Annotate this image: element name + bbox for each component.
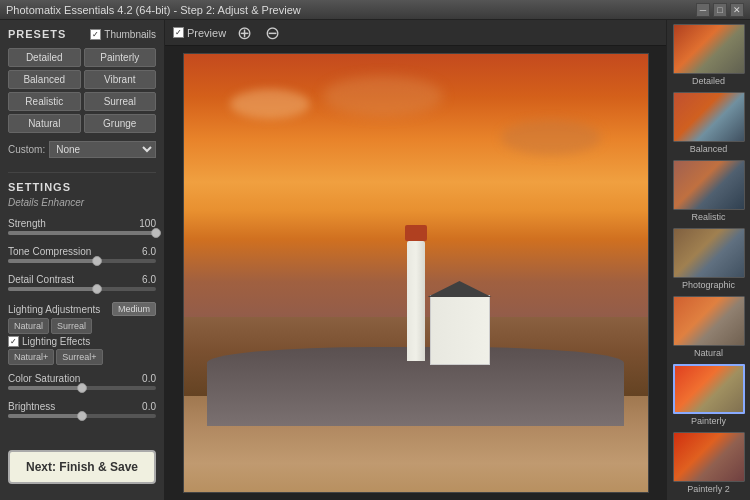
detail-contrast-label: Detail Contrast — [8, 274, 74, 285]
thumb-item-balanced[interactable]: Balanced — [671, 92, 746, 154]
preset-btn-painterly[interactable]: Painterly — [84, 48, 157, 67]
lighthouse-image — [183, 53, 649, 493]
lighting-adj-label: Lighting Adjustments — [8, 304, 100, 315]
preset-btn-vibrant[interactable]: Vibrant — [84, 70, 157, 89]
center-panel: ✓ Preview ⊕ ⊖ — [165, 20, 666, 500]
preset-btn-natural[interactable]: Natural — [8, 114, 81, 133]
zoom-out-button[interactable]: ⊖ — [262, 23, 282, 43]
preview-toggle[interactable]: ✓ Preview — [173, 27, 226, 39]
thumb-item-painterly2[interactable]: Painterly 2 — [671, 432, 746, 494]
thumbnails-toggle[interactable]: ✓ Thumbnails — [90, 29, 156, 40]
presets-header: PRESETS ✓ Thumbnails — [8, 28, 156, 40]
zoom-in-button[interactable]: ⊕ — [234, 23, 254, 43]
lighting-btn-natural[interactable]: Natural — [8, 318, 49, 334]
right-panel: Detailed Balanced Realistic Photographic… — [666, 20, 750, 500]
thumb-img-painterly — [673, 364, 745, 414]
preset-btn-grunge[interactable]: Grunge — [84, 114, 157, 133]
color-saturation-slider-row: Color Saturation 0.0 — [8, 373, 156, 391]
settings-title: SETTINGS — [8, 181, 156, 193]
maximize-button[interactable]: □ — [713, 3, 727, 17]
thumb-item-painterly[interactable]: Painterly — [671, 364, 746, 426]
left-panel: PRESETS ✓ Thumbnails Detailed Painterly … — [0, 20, 165, 500]
lighting-adj-label-row: Lighting Adjustments Medium — [8, 302, 156, 316]
lighting-effects-btn-natural[interactable]: Natural+ — [8, 349, 54, 365]
preset-btn-surreal[interactable]: Surreal — [84, 92, 157, 111]
title-bar: Photomatix Essentials 4.2 (64-bit) - Ste… — [0, 0, 750, 20]
brightness-value: 0.0 — [142, 401, 156, 412]
thumb-label-painterly2: Painterly 2 — [687, 484, 730, 494]
color-saturation-fill — [8, 386, 82, 390]
presets-title: PRESETS — [8, 28, 66, 40]
thumb-label-photographic: Photographic — [682, 280, 735, 290]
tone-compression-track[interactable] — [8, 259, 156, 263]
thumb-img-balanced — [673, 92, 745, 142]
lighting-effects-btn-surreal[interactable]: Surreal+ — [56, 349, 102, 365]
cloud1 — [230, 89, 310, 119]
brightness-label: Brightness — [8, 401, 55, 412]
title-bar-buttons: ─ □ ✕ — [696, 3, 744, 17]
detail-contrast-value: 6.0 — [142, 274, 156, 285]
color-saturation-thumb[interactable] — [77, 383, 87, 393]
strength-track[interactable] — [8, 231, 156, 235]
brightness-track[interactable] — [8, 414, 156, 418]
lighthouse-top — [405, 225, 427, 241]
tone-compression-thumb[interactable] — [92, 256, 102, 266]
title-bar-text: Photomatix Essentials 4.2 (64-bit) - Ste… — [6, 4, 301, 16]
thumb-img-detailed — [673, 24, 745, 74]
brightness-fill — [8, 414, 82, 418]
main-layout: PRESETS ✓ Thumbnails Detailed Painterly … — [0, 20, 750, 500]
tone-compression-slider-row: Tone Compression 6.0 — [8, 246, 156, 264]
detail-contrast-track[interactable] — [8, 287, 156, 291]
tone-compression-label-row: Tone Compression 6.0 — [8, 246, 156, 257]
thumb-item-natural[interactable]: Natural — [671, 296, 746, 358]
detail-contrast-label-row: Detail Contrast 6.0 — [8, 274, 156, 285]
detail-contrast-slider-row: Detail Contrast 6.0 — [8, 274, 156, 292]
custom-select[interactable]: None — [49, 141, 156, 158]
medium-badge: Medium — [112, 302, 156, 316]
settings-sub: Details Enhancer — [8, 197, 156, 208]
preset-btn-balanced[interactable]: Balanced — [8, 70, 81, 89]
close-button[interactable]: ✕ — [730, 3, 744, 17]
detail-contrast-fill — [8, 287, 97, 291]
detail-contrast-thumb[interactable] — [92, 284, 102, 294]
settings-divider — [8, 172, 156, 173]
thumbnails-checkbox[interactable]: ✓ — [90, 29, 101, 40]
thumb-item-detailed[interactable]: Detailed — [671, 24, 746, 86]
lighting-effects-label: Lighting Effects — [22, 336, 90, 347]
minimize-button[interactable]: ─ — [696, 3, 710, 17]
strength-fill — [8, 231, 156, 235]
thumb-item-photographic[interactable]: Photographic — [671, 228, 746, 290]
strength-slider-row: Strength 100 — [8, 218, 156, 236]
thumb-img-natural — [673, 296, 745, 346]
lighting-btn-surreal[interactable]: Surreal — [51, 318, 92, 334]
thumb-img-photographic — [673, 228, 745, 278]
brightness-slider-row: Brightness 0.0 — [8, 401, 156, 419]
thumb-item-realistic[interactable]: Realistic — [671, 160, 746, 222]
lighting-effects-checkbox[interactable]: ✓ — [8, 336, 19, 347]
building-body — [430, 295, 490, 365]
preset-btn-realistic[interactable]: Realistic — [8, 92, 81, 111]
thumb-label-natural: Natural — [694, 348, 723, 358]
preview-checkbox[interactable]: ✓ — [173, 27, 184, 38]
thumbnails-label: Thumbnails — [104, 29, 156, 40]
custom-row: Custom: None — [8, 141, 156, 158]
thumb-img-realistic — [673, 160, 745, 210]
cloud3 — [501, 120, 601, 155]
cloud2 — [323, 76, 443, 116]
tone-compression-label: Tone Compression — [8, 246, 91, 257]
lighting-buttons: Natural Surreal — [8, 318, 156, 334]
lighting-effects-row: ✓ Lighting Effects — [8, 336, 156, 347]
image-area — [165, 46, 666, 500]
preset-btn-detailed[interactable]: Detailed — [8, 48, 81, 67]
brightness-thumb[interactable] — [77, 411, 87, 421]
thumb-img-painterly2 — [673, 432, 745, 482]
preset-grid: Detailed Painterly Balanced Vibrant Real… — [8, 48, 156, 133]
lighting-effects-btns: Natural+ Surreal+ — [8, 349, 156, 365]
strength-label: Strength — [8, 218, 46, 229]
custom-label: Custom: — [8, 144, 45, 155]
finish-save-button[interactable]: Next: Finish & Save — [8, 450, 156, 484]
preview-toolbar: ✓ Preview ⊕ ⊖ — [165, 20, 666, 46]
strength-thumb[interactable] — [151, 228, 161, 238]
preview-label: Preview — [187, 27, 226, 39]
color-saturation-track[interactable] — [8, 386, 156, 390]
